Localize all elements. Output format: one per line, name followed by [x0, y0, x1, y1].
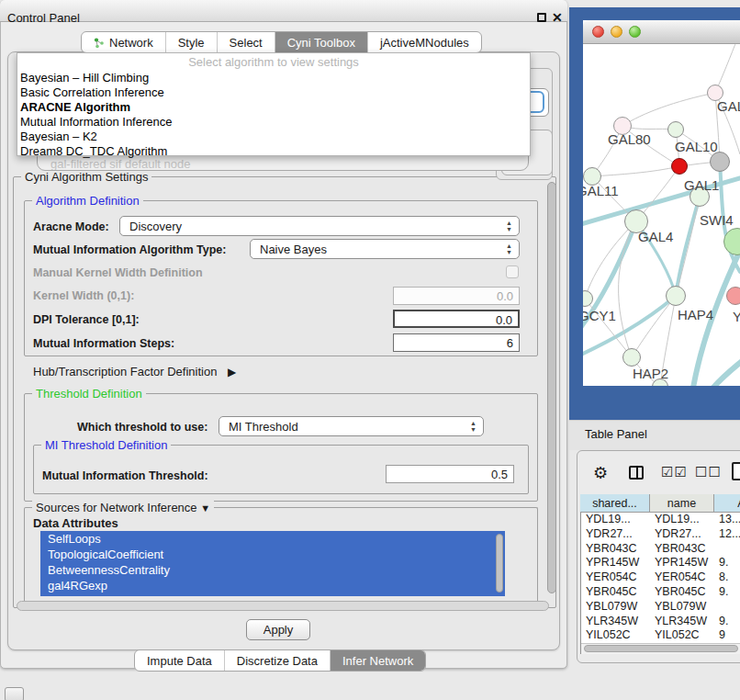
table-cell[interactable]: YBR043C — [581, 542, 650, 557]
expand-right-arrow-icon: ▶ — [228, 366, 236, 378]
table-cell[interactable]: YBR045C — [650, 585, 714, 600]
aracne-mode-combo[interactable]: Discovery ▲▼ — [119, 216, 520, 236]
dropdown-item-dream8[interactable]: Dream8 DC_TDC Algorithm — [20, 144, 516, 159]
manual-kernel-checkbox[interactable] — [506, 265, 519, 278]
apply-button[interactable]: Apply — [246, 619, 310, 640]
table-cell[interactable]: 9. — [714, 585, 740, 600]
dropdown-item-mutual-information[interactable]: Mutual Information Inference — [20, 115, 516, 130]
table-cell[interactable] — [714, 542, 740, 557]
document-icon[interactable] — [732, 462, 740, 480]
checked-columns-icon[interactable]: ☑☑ — [661, 464, 688, 480]
table-horizontal-scrollbar-thumb[interactable] — [584, 645, 738, 652]
mutual-information-threshold-field[interactable]: 0.5 — [386, 465, 514, 483]
minimize-traffic-light-icon[interactable] — [611, 26, 622, 38]
dropdown-item-aracne[interactable]: ARACNE Algorithm — [20, 100, 516, 115]
table-cell[interactable]: YDL19... — [650, 513, 714, 527]
network-node-hap2[interactable] — [622, 348, 641, 367]
gear-icon[interactable]: ⚙ — [593, 465, 608, 481]
network-node[interactable] — [726, 287, 740, 305]
list-item-topologicalcoefficient[interactable]: TopologicalCoefficient — [40, 547, 505, 562]
node-label-gal1: GAL1 — [684, 177, 719, 193]
mi-steps-field[interactable]: 6 — [393, 333, 520, 352]
combo-spinner-icon: ▲▼ — [506, 243, 512, 255]
dropdown-item-basic-correlation[interactable]: Basic Correlation Inference — [20, 85, 516, 100]
table-cell[interactable]: 9. — [714, 615, 740, 629]
network-canvas[interactable]: GAL GAL80 GAL10 GAL1 GAL11 SWI4 GAL4 GCY… — [583, 44, 740, 386]
table-cell[interactable]: 9 — [714, 628, 740, 643]
column-header-shared-name[interactable]: shared... — [580, 494, 650, 513]
unchecked-columns-icon[interactable]: ☐☐ — [695, 464, 722, 480]
network-node[interactable] — [710, 152, 730, 172]
table-cell[interactable]: YBL079W — [650, 600, 714, 615]
table-cell[interactable]: YDR27... — [650, 527, 714, 542]
table-cell[interactable]: YIL052C — [650, 628, 714, 643]
hub-definition-expander[interactable]: Hub/Transcription Factor Definition ▶ — [33, 365, 236, 378]
control-panel-titlebar[interactable] — [0, 0, 567, 22]
which-threshold-label: Which threshold to use: — [77, 421, 207, 434]
control-panel-tabbar: Network Style Select Cyni Toolbox jActiv… — [81, 31, 482, 53]
table-cell[interactable]: 12... — [714, 527, 740, 542]
table-cell[interactable]: YDR27... — [581, 527, 650, 542]
algorithm-dropdown-placeholder: Select algorithm to view settings — [17, 55, 531, 69]
list-item-selfloops[interactable]: SelfLoops — [40, 531, 505, 547]
list-item-betweennesscentrality[interactable]: BetweennessCentrality — [40, 562, 505, 578]
tab-infer-network[interactable]: Infer Network — [330, 650, 425, 671]
column-header-partial[interactable]: A — [714, 494, 740, 513]
dpi-tolerance-field[interactable]: 0.0 — [393, 310, 520, 328]
node-label-gal10: GAL10 — [675, 139, 718, 154]
bottom-tabbar: Impute Data Discretize Data Infer Networ… — [134, 649, 426, 672]
dropdown-item-bayesian-k2[interactable]: Bayesian – K2 — [20, 130, 516, 144]
tab-network[interactable]: Network — [82, 32, 165, 52]
float-window-icon[interactable] — [537, 13, 546, 22]
split-column-icon[interactable] — [629, 466, 644, 480]
tab-cyni-toolbox[interactable]: Cyni Toolbox — [275, 32, 367, 52]
network-node-hap4[interactable] — [666, 286, 686, 306]
node-label-y: Y — [733, 309, 740, 324]
tab-discretize-data[interactable]: Discretize Data — [224, 650, 330, 671]
table-cell[interactable]: YPR145W — [650, 556, 714, 570]
attributes-list-scrollbar[interactable] — [496, 534, 503, 593]
close-traffic-light-icon[interactable] — [592, 26, 604, 38]
combo-spinner-icon: ▲▼ — [470, 420, 477, 433]
column-header-name[interactable]: name — [650, 494, 714, 513]
node-label-gal11: GAL11 — [583, 183, 619, 198]
table-cell[interactable]: YBR043C — [650, 542, 714, 557]
settings-horizontal-scrollbar[interactable] — [17, 601, 549, 611]
table-cell[interactable]: YER054C — [650, 570, 714, 585]
table-cell[interactable]: YDL19... — [581, 513, 650, 527]
tab-jactivemnodules[interactable]: jActiveMNodules — [367, 32, 481, 52]
zoom-traffic-light-icon[interactable] — [629, 26, 641, 38]
table-cell[interactable]: YLR345W — [650, 615, 714, 629]
table-cell[interactable]: YBL079W — [581, 600, 650, 615]
node-label-hap2: HAP2 — [633, 366, 668, 381]
table-cell[interactable] — [714, 600, 740, 615]
network-node-gal1[interactable] — [671, 158, 688, 175]
tab-style[interactable]: Style — [165, 32, 217, 52]
table-cell[interactable]: YBR045C — [581, 585, 650, 600]
tab-select[interactable]: Select — [217, 32, 275, 52]
table-cell[interactable]: YIL052C — [581, 628, 650, 643]
settings-vertical-scrollbar[interactable] — [547, 182, 556, 593]
kernel-width-field[interactable]: 0.0 — [393, 287, 520, 305]
network-node-gal10[interactable] — [667, 121, 684, 138]
table-cell[interactable]: YLR345W — [581, 615, 650, 629]
data-attributes-label: Data Attributes — [33, 516, 118, 530]
table-cell[interactable]: 13... — [714, 513, 740, 527]
manual-kernel-label: Manual Kernel Width Definition — [33, 266, 203, 279]
table-cell[interactable]: 9. — [714, 556, 740, 570]
collapsed-panel-button[interactable] — [5, 687, 24, 700]
cyni-algorithm-settings-legend: Cyni Algorithm Settings — [21, 170, 151, 184]
sources-legend[interactable]: Sources for Network Inference ▼ — [32, 501, 214, 514]
tab-impute-data[interactable]: Impute Data — [135, 650, 224, 671]
list-item-gal4rgexp[interactable]: gal4RGexp — [40, 578, 505, 593]
mi-algorithm-type-combo[interactable]: Naive Bayes ▲▼ — [250, 239, 520, 259]
table-cell[interactable]: 8. — [714, 570, 740, 585]
dropdown-item-bayesian-hill-climbing[interactable]: Bayesian – Hill Climbing — [20, 71, 516, 85]
table-cell[interactable]: YER054C — [581, 570, 650, 585]
close-icon[interactable]: ✕ — [552, 10, 563, 25]
kernel-width-label: Kernel Width (0,1): — [33, 289, 134, 302]
network-window-titlebar[interactable] — [583, 20, 740, 44]
table-cell[interactable]: YPR145W — [581, 556, 650, 570]
which-threshold-combo[interactable]: MI Threshold ▲▼ — [219, 416, 484, 436]
mutual-information-threshold-label: Mutual Information Threshold: — [42, 469, 208, 482]
